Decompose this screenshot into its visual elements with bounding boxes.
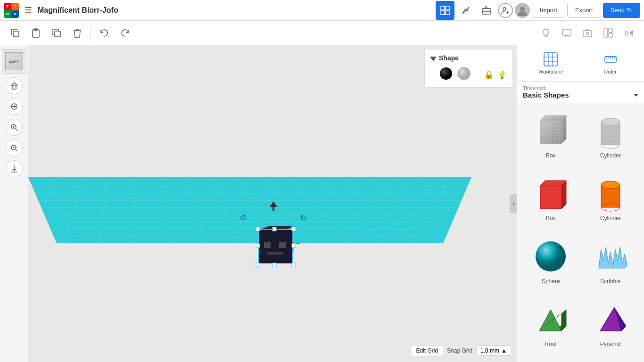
svg-rect-76 bbox=[272, 263, 276, 267]
paste-button[interactable] bbox=[26, 24, 45, 42]
shape-item-cylinder-orange[interactable]: Cylinder bbox=[583, 172, 639, 230]
shape-action-icons: 🔓 💡 bbox=[484, 70, 507, 79]
rotate-right-handle[interactable]: ↻ bbox=[300, 213, 307, 223]
cylinder-wire-svg bbox=[592, 112, 629, 149]
home-icon bbox=[10, 82, 18, 90]
scribble-svg bbox=[592, 238, 629, 275]
import-button[interactable]: Import bbox=[532, 3, 565, 18]
up-arrow-icon bbox=[270, 201, 277, 211]
delete-button[interactable] bbox=[68, 24, 87, 42]
svg-line-52 bbox=[99, 177, 108, 243]
height-handle[interactable] bbox=[270, 201, 277, 213]
top-nav: T I N K ☰ Magnificent Blorr-Jofo bbox=[0, 0, 644, 21]
dropdown-arrow-icon bbox=[430, 57, 437, 61]
copy-button[interactable] bbox=[6, 24, 25, 42]
download-button[interactable] bbox=[6, 160, 23, 177]
svg-rect-20 bbox=[583, 31, 592, 37]
svg-rect-12 bbox=[13, 31, 19, 37]
shape-item-cylinder-wire[interactable]: Cylinder bbox=[583, 109, 639, 168]
project-title: Magnificent Blorr-Jofo bbox=[38, 6, 432, 15]
canvas-area[interactable]: ↺ ↻ → bbox=[28, 45, 517, 362]
shape-item-pyramid-purple[interactable]: Pyramid bbox=[583, 297, 639, 356]
export-button[interactable]: Export bbox=[567, 3, 601, 18]
send-to-button[interactable]: Send To bbox=[603, 3, 640, 18]
build-button[interactable] bbox=[456, 1, 475, 20]
shape-item-sphere-blue[interactable]: Sphere bbox=[523, 235, 579, 294]
svg-line-59 bbox=[290, 177, 347, 243]
shape-item-roof-green[interactable]: Roof bbox=[523, 297, 579, 356]
svg-line-61 bbox=[342, 177, 417, 243]
width-handle[interactable]: → bbox=[294, 239, 302, 247]
light-button[interactable]: 💡 bbox=[497, 70, 507, 79]
briefcase-button[interactable] bbox=[477, 1, 496, 20]
svg-rect-2 bbox=[441, 11, 445, 15]
fit-all-button[interactable] bbox=[6, 98, 23, 115]
svg-line-55 bbox=[186, 177, 205, 243]
view-cube[interactable]: LEFT bbox=[2, 49, 26, 74]
camera-button[interactable] bbox=[578, 24, 597, 42]
zoom-in-button[interactable] bbox=[6, 119, 23, 136]
svg-point-129 bbox=[536, 241, 566, 272]
shapes-grid: Box bbox=[517, 103, 644, 362]
redo-button[interactable] bbox=[116, 24, 134, 42]
toolbar bbox=[0, 21, 644, 45]
lock-button[interactable]: 🔓 bbox=[484, 70, 494, 79]
undo-button[interactable] bbox=[95, 24, 114, 42]
zoom-out-button[interactable] bbox=[6, 140, 23, 156]
svg-rect-22 bbox=[604, 29, 608, 37]
snap-value-select[interactable]: 1.0 mm ▲ bbox=[476, 346, 511, 356]
shape-panel: Shape bbox=[424, 49, 513, 88]
mirror-button[interactable] bbox=[619, 24, 638, 42]
svg-rect-1 bbox=[446, 6, 449, 10]
hole-swatch[interactable] bbox=[457, 66, 471, 82]
svg-line-51 bbox=[64, 177, 83, 243]
shapes-dropdown-icon[interactable] bbox=[634, 94, 638, 97]
main-layout: LEFT bbox=[0, 45, 644, 362]
right-panel: › Workplane bbox=[517, 45, 644, 362]
shape-name-pyramid-purple: Pyramid bbox=[600, 341, 621, 347]
tinkercad-logo[interactable]: T I N K bbox=[4, 3, 19, 18]
rotate-left-handle[interactable]: ↺ bbox=[239, 213, 247, 223]
paste-icon bbox=[31, 28, 41, 38]
edit-grid-button[interactable]: Edit Grid bbox=[411, 345, 443, 356]
shape-panel-title: Shape bbox=[439, 54, 507, 62]
svg-rect-72 bbox=[256, 227, 260, 231]
user-avatar[interactable] bbox=[515, 3, 530, 18]
3d-box-svg[interactable] bbox=[255, 226, 297, 268]
left-panel: LEFT bbox=[0, 45, 28, 362]
svg-rect-78 bbox=[256, 244, 260, 247]
add-user-button[interactable] bbox=[498, 3, 513, 18]
solid-swatch-icon bbox=[439, 66, 453, 81]
ruler-label: Ruler bbox=[604, 69, 617, 74]
svg-line-65 bbox=[443, 177, 446, 194]
redo-icon bbox=[120, 28, 130, 38]
solid-swatch[interactable] bbox=[439, 66, 453, 82]
ruler-button[interactable]: Ruler bbox=[581, 49, 641, 77]
shape-name-scribble: Scribble bbox=[600, 278, 620, 285]
svg-rect-82 bbox=[267, 252, 283, 255]
toolbar-separator-1 bbox=[91, 25, 91, 41]
notes-button[interactable] bbox=[557, 24, 576, 42]
shape-panel-dropdown[interactable] bbox=[430, 55, 437, 63]
layout-button[interactable] bbox=[599, 24, 618, 42]
box-wire-svg bbox=[532, 112, 570, 149]
grid3d-icon bbox=[440, 5, 450, 16]
workplane-icon bbox=[543, 52, 558, 67]
shape-item-scribble[interactable]: Scribble bbox=[583, 235, 639, 294]
list-view-icon[interactable]: ☰ bbox=[23, 3, 34, 17]
svg-rect-69 bbox=[258, 230, 292, 263]
svg-rect-68 bbox=[272, 207, 274, 211]
panel-collapse-button[interactable]: › bbox=[510, 194, 517, 213]
shape-item-box-wire[interactable]: Box bbox=[523, 109, 579, 168]
selected-object[interactable]: ↺ ↻ → bbox=[255, 226, 297, 270]
shape-item-box-red[interactable]: Box bbox=[523, 172, 579, 230]
svg-rect-99 bbox=[540, 120, 561, 144]
home-view-button[interactable] bbox=[6, 77, 23, 94]
3d-view-button[interactable] bbox=[436, 1, 454, 20]
svg-line-54 bbox=[160, 177, 170, 243]
pyramid-purple-svg bbox=[592, 300, 629, 338]
duplicate-button[interactable] bbox=[47, 24, 66, 42]
shape-name-cylinder-orange: Cylinder bbox=[600, 215, 621, 222]
workplane-button[interactable]: Workplane bbox=[521, 49, 581, 77]
hint-button[interactable] bbox=[537, 24, 555, 42]
